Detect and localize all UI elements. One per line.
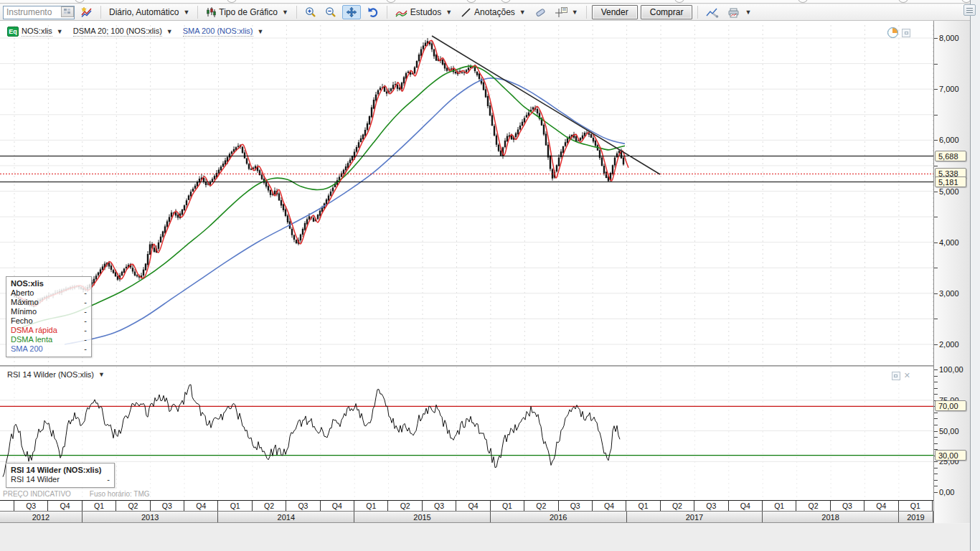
quarter-cell[interactable]: Q4 bbox=[729, 501, 763, 511]
tab-bottom-arc bbox=[798, 0, 808, 3]
price-chart-panel[interactable]: Eq NOS:xlis ▼ DSMA 20; 100 (NOS:xlis) ▼ … bbox=[0, 21, 933, 365]
chart-settings-button[interactable] bbox=[703, 6, 722, 19]
year-cell[interactable]: 2014 bbox=[218, 512, 354, 522]
tooltip-row: DSMA rápida- bbox=[11, 326, 87, 335]
quarter-cell[interactable]: Q1 bbox=[763, 501, 796, 511]
tooltip-row-value: - bbox=[84, 335, 87, 344]
quarter-cell[interactable]: Q3 bbox=[286, 501, 320, 511]
axis-tick bbox=[934, 115, 938, 116]
rsi-data-tooltip: RSI 14 Wilder (NOS:xlis) RSI 14 Wilder - bbox=[6, 463, 115, 488]
tooltip-row-label: Máximo bbox=[11, 298, 39, 307]
restore-panel-icon[interactable] bbox=[892, 372, 900, 380]
collapse-sidebar-button[interactable] bbox=[963, 4, 976, 16]
annotations-dropdown[interactable]: Anotações ▼ bbox=[458, 6, 529, 19]
zoom-in-button[interactable] bbox=[302, 6, 319, 19]
year-cell[interactable]: 2013 bbox=[83, 512, 219, 522]
price-panel-corner-icons bbox=[887, 27, 910, 38]
year-cell[interactable]: 2015 bbox=[354, 512, 491, 522]
period-dropdown[interactable]: Diário, Automático ▼ bbox=[106, 6, 192, 18]
buy-button[interactable]: Comprar bbox=[641, 5, 693, 19]
quarter-cell[interactable]: Q1 bbox=[491, 501, 524, 511]
tooltip-title: NOS:xlis bbox=[11, 279, 87, 288]
crosshair-info-icon bbox=[555, 6, 567, 18]
quarter-cell[interactable]: Q4 bbox=[593, 501, 626, 511]
studies-dropdown[interactable]: Estudos ▼ bbox=[392, 6, 455, 19]
quarter-cell[interactable]: Q2 bbox=[253, 501, 286, 511]
quarter-cell[interactable]: Q1 bbox=[218, 501, 252, 511]
rsi-header-dropdown[interactable]: RSI 14 Wilder (NOS:xlis) ▼ bbox=[7, 370, 105, 379]
quarter-cell[interactable]: Q1 bbox=[626, 501, 660, 511]
tooltip-row-value: - bbox=[84, 298, 87, 307]
rsi-axis-label: 100,00 bbox=[939, 365, 963, 374]
rsi-axis-tick bbox=[934, 443, 938, 444]
quarter-cell[interactable]: Q1 bbox=[354, 501, 388, 511]
rsi-axis-tick bbox=[934, 431, 938, 432]
year-cell[interactable]: 2017 bbox=[627, 512, 763, 522]
axis-tick bbox=[934, 140, 938, 141]
tooltip-row: DSMA lenta- bbox=[11, 335, 87, 344]
studies-icon bbox=[395, 7, 407, 18]
line-annotation-icon bbox=[461, 7, 471, 18]
new-chart-button[interactable] bbox=[77, 6, 95, 19]
crosshair-info-dropdown[interactable]: ▼ bbox=[552, 6, 581, 19]
tooltip-row-label: Fecho bbox=[11, 316, 33, 326]
tooltip-row: Fecho- bbox=[11, 316, 87, 326]
eraser-button[interactable] bbox=[532, 6, 549, 19]
pan-tool-button[interactable] bbox=[342, 5, 361, 19]
quarter-cell[interactable]: Q4 bbox=[456, 501, 490, 511]
rsi-level-tag: 70,00 bbox=[935, 400, 966, 411]
quarter-cell[interactable]: Q1 bbox=[83, 501, 116, 511]
quarter-cell[interactable]: Q3 bbox=[14, 501, 48, 511]
time-axis[interactable]: Q3Q4Q1Q2Q3Q4Q1Q2Q3Q4Q1Q2Q3Q4Q1Q2Q3Q4Q1Q2… bbox=[0, 500, 933, 523]
rsi-axis-tick bbox=[934, 394, 938, 395]
quarter-cell[interactable]: Q2 bbox=[661, 501, 694, 511]
quarter-cell[interactable]: Q2 bbox=[524, 501, 558, 511]
legend-dsma[interactable]: DSMA 20; 100 (NOS:xlis) ▼ bbox=[73, 27, 173, 37]
year-row: 20122013201420152016201720182019 bbox=[0, 511, 933, 523]
timezone-label: Fuso horário: TMG bbox=[90, 490, 150, 498]
close-icon[interactable]: ✕ bbox=[904, 371, 910, 380]
sell-button[interactable]: Vender bbox=[592, 5, 638, 19]
zoom-out-button[interactable] bbox=[322, 6, 339, 19]
rsi-axis-tick bbox=[934, 468, 938, 468]
session-clock-icon[interactable] bbox=[887, 27, 898, 38]
export-print-dropdown[interactable]: ▼ bbox=[725, 6, 754, 19]
quarter-cell[interactable]: Q2 bbox=[388, 501, 422, 511]
quarter-cell[interactable]: Q1 bbox=[899, 501, 933, 511]
quarter-cell[interactable]: Q3 bbox=[831, 501, 864, 511]
legend-sma200[interactable]: SMA 200 (NOS:xlis) ▼ bbox=[183, 27, 264, 37]
quarter-cell[interactable]: Q2 bbox=[796, 501, 830, 511]
undo-button[interactable] bbox=[364, 6, 382, 19]
year-cell[interactable]: 2012 bbox=[0, 512, 83, 522]
quarter-cell[interactable]: Q3 bbox=[694, 501, 728, 511]
rsi-axis-tick bbox=[934, 413, 938, 413]
quarter-cell[interactable]: Q4 bbox=[48, 501, 82, 511]
quarter-cell[interactable]: Q4 bbox=[184, 501, 218, 511]
axis-tick bbox=[934, 344, 938, 345]
chevron-down-icon: ▼ bbox=[258, 28, 264, 35]
year-cell[interactable]: 2018 bbox=[763, 512, 899, 522]
year-cell[interactable]: 2016 bbox=[491, 512, 627, 522]
instrument-lookup-button[interactable] bbox=[61, 6, 74, 17]
quarter-cell[interactable] bbox=[0, 501, 14, 511]
restore-panel-icon[interactable] bbox=[902, 29, 910, 37]
legend-symbol[interactable]: Eq NOS:xlis ▼ bbox=[7, 27, 63, 37]
quarter-cell[interactable]: Q2 bbox=[116, 501, 150, 511]
quarter-cell[interactable]: Q4 bbox=[321, 501, 354, 511]
zoom-in-icon bbox=[305, 6, 316, 18]
quarter-cell[interactable]: Q3 bbox=[423, 501, 456, 511]
rsi-corner-icons: ✕ bbox=[892, 371, 910, 380]
quarter-cell[interactable]: Q3 bbox=[151, 501, 184, 511]
price-axis[interactable]: 8,0007,0006,0005,0004,0003,0002,000100,0… bbox=[933, 21, 970, 523]
tab-bottom-arc bbox=[466, 0, 476, 3]
tab-bottom-arc bbox=[898, 0, 908, 3]
rsi-panel[interactable]: RSI 14 Wilder (NOS:xlis) ▼ ✕ RSI 14 Wild… bbox=[0, 367, 933, 500]
tab-bottom-arc bbox=[386, 0, 396, 3]
chart-type-dropdown[interactable]: Tipo de Gráfico ▼ bbox=[203, 6, 291, 19]
quarter-cell[interactable]: Q3 bbox=[559, 501, 593, 511]
year-cell[interactable]: 2019 bbox=[899, 512, 933, 522]
move-arrows-icon bbox=[346, 6, 357, 18]
annotations-label: Anotações bbox=[474, 7, 515, 17]
quarter-cell[interactable]: Q4 bbox=[864, 501, 898, 511]
period-dropdown-label: Diário, Automático bbox=[109, 7, 179, 17]
